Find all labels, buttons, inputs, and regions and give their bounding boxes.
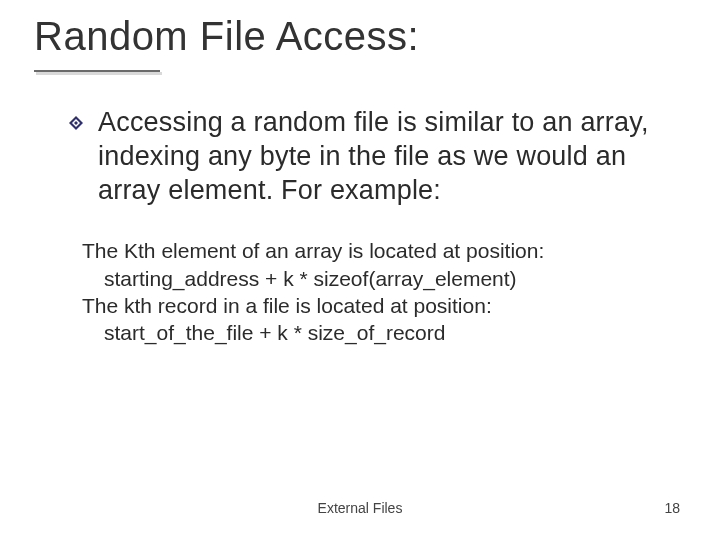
bullet-text: Accessing a random file is similar to an… <box>98 106 660 207</box>
slide-number: 18 <box>664 500 680 516</box>
detail-block: The Kth element of an array is located a… <box>70 237 660 346</box>
bullet-row: Accessing a random file is similar to an… <box>70 106 660 207</box>
detail-line-3: The kth record in a file is located at p… <box>82 292 660 319</box>
title-underline <box>34 70 160 72</box>
slide: Random File Access: Accessing a random f… <box>0 0 720 540</box>
body-block: Accessing a random file is similar to an… <box>70 106 660 346</box>
detail-line-1: The Kth element of an array is located a… <box>82 237 660 264</box>
title-underline-shadow <box>36 72 162 75</box>
diamond-bullet-icon <box>68 115 84 131</box>
detail-line-2: starting_address + k * sizeof(array_elem… <box>82 265 660 292</box>
footer-center: External Files <box>0 500 720 516</box>
slide-title: Random File Access: <box>34 14 419 59</box>
detail-line-4: start_of_the_file + k * size_of_record <box>82 319 660 346</box>
